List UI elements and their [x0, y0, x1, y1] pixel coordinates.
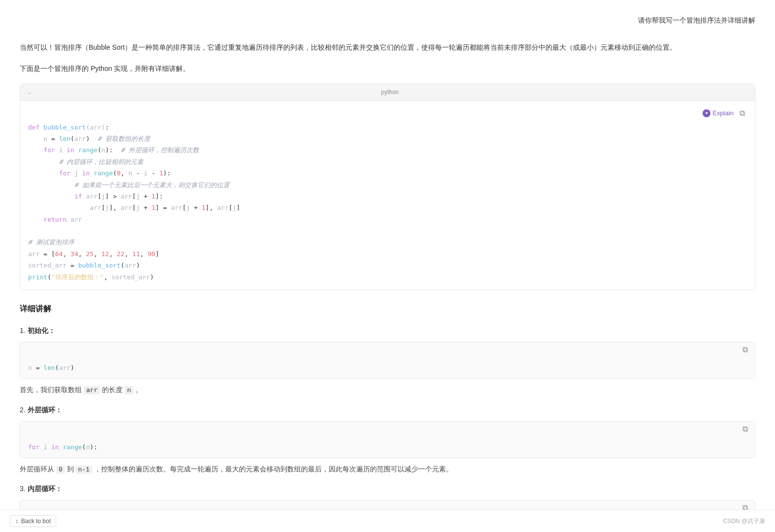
main-code-lang: python	[381, 87, 399, 97]
main-code-header: ⌄ python	[20, 84, 755, 100]
inline-code-0-2: 0	[56, 466, 65, 474]
copy-button[interactable]: ⧉	[738, 108, 747, 119]
explain-icon: ✦	[703, 109, 710, 117]
main-code-block: ⌄ python ✦ Explain ⧉ def bubble_sort(arr…	[20, 84, 755, 290]
item-3-heading: 3. 内层循环：	[20, 483, 755, 495]
watermark-text: CSDN @武子康	[723, 516, 765, 526]
user-question-area: 请你帮我写一个冒泡排序法并详细讲解	[0, 0, 775, 32]
item-2-code-header: ⧉	[20, 422, 755, 436]
item-2-code-content: for i in range(n):	[20, 436, 755, 458]
item-1-code-pre: n = len(arr)	[28, 362, 747, 373]
intro-text-line1: 当然可以！冒泡排序（Bubble Sort）是一种简单的排序算法，它通过重复地遍…	[20, 41, 755, 54]
main-code-content: ✦ Explain ⧉ def bubble_sort(arr): n = le…	[20, 101, 755, 290]
collapse-icon[interactable]: ⌄	[27, 87, 32, 97]
item-1-code-block: ⧉ n = len(arr)	[20, 342, 755, 379]
item-1-code-header: ⧉	[20, 342, 755, 357]
user-question-text: 请你帮我写一个冒泡排序法并详细讲解	[638, 16, 755, 24]
section-heading: 详细讲解	[20, 302, 755, 317]
explain-button[interactable]: ✦ Explain	[703, 108, 734, 119]
item-2-code-block: ⧉ for i in range(n):	[20, 421, 755, 458]
page-container: 请你帮我写一个冒泡排序法并详细讲解 当然可以！冒泡排序（Bubble Sort）…	[0, 0, 775, 532]
item-2-code-pre: for i in range(n):	[28, 441, 747, 453]
item-1-explanation: 首先，我们获取数组 arr 的长度 n 。	[20, 384, 755, 396]
content-area: 当然可以！冒泡排序（Bubble Sort）是一种简单的排序算法，它通过重复地遍…	[0, 32, 775, 532]
item-2-explanation: 外层循环从 0 到 n-1 ，控制整体的遍历次数。每完成一轮遍历，最大的元素会移…	[20, 463, 755, 475]
copy-button-1[interactable]: ⧉	[741, 344, 750, 355]
inline-code-arr-1: arr	[84, 386, 100, 395]
inline-code-n1-2: n-1	[75, 466, 92, 474]
main-code-pre: def bubble_sort(arr): n = len(arr) # 获取数…	[28, 122, 747, 283]
intro-text-line2: 下面是一个冒泡排序的 Python 实现，并附有详细讲解。	[20, 63, 755, 75]
copy-button-2[interactable]: ⧉	[741, 424, 750, 434]
inline-code-n-1: n	[125, 386, 134, 395]
bottom-bar: ↕ Back to bot CSDN @武子康	[0, 510, 775, 532]
item-2-heading: 2. 外层循环：	[20, 404, 755, 416]
back-to-bot-icon: ↕	[15, 518, 18, 525]
item-1-code-content: n = len(arr)	[20, 357, 755, 378]
item-1-heading: 1. 初始化：	[20, 325, 755, 337]
back-to-bot-button[interactable]: ↕ Back to bot	[10, 515, 56, 527]
back-to-bot-label: Back to bot	[21, 518, 51, 525]
